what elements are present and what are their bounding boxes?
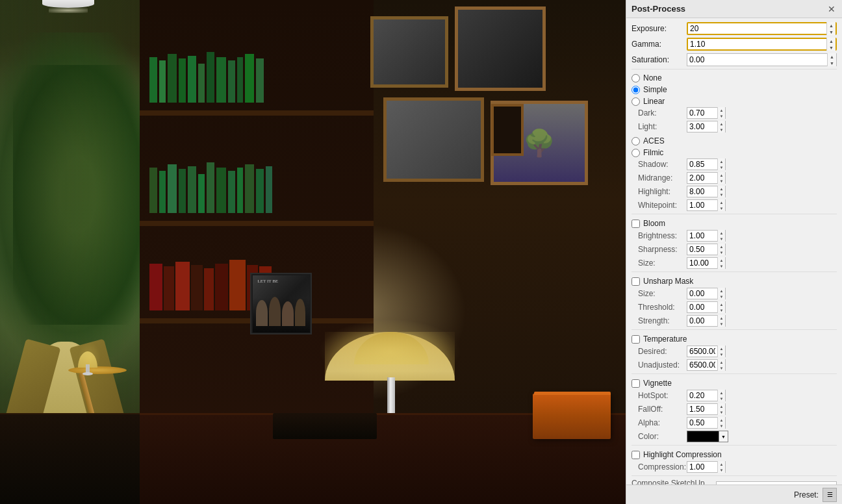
whitepoint-spin-down[interactable]: ▼	[718, 205, 725, 211]
midrange-spin-down[interactable]: ▼	[718, 178, 725, 184]
desired-spin-up[interactable]: ▲	[718, 346, 725, 351]
radio-simple-label[interactable]: Simple	[643, 85, 667, 94]
temperature-checkbox[interactable]	[632, 335, 640, 344]
highlight-compression-params: Compression: ▲ ▼	[638, 461, 837, 473]
brightness-spin-up[interactable]: ▲	[718, 230, 725, 236]
hotspot-input[interactable]	[687, 390, 717, 401]
color-dropdown[interactable]: ▼	[719, 431, 728, 442]
radio-linear[interactable]	[632, 97, 640, 106]
falloff-spin-down[interactable]: ▼	[718, 409, 725, 415]
hotspot-spin-down[interactable]: ▼	[718, 396, 725, 401]
strength-spin-up[interactable]: ▲	[718, 315, 725, 321]
shadow-input[interactable]	[687, 159, 717, 170]
highlight-spin-up[interactable]: ▲	[718, 186, 725, 192]
highlight-compression-label[interactable]: Highlight Compression	[643, 450, 722, 459]
vignette-label[interactable]: Vignette	[643, 379, 672, 388]
gamma-spin-down[interactable]: ▼	[827, 44, 836, 51]
color-swatch[interactable]	[687, 431, 719, 442]
bloom-size-spin-down[interactable]: ▼	[718, 263, 725, 269]
exposure-input[interactable]	[688, 23, 826, 34]
unsharp-label[interactable]: Unsharp Mask	[643, 277, 693, 286]
bloom-size-input[interactable]	[687, 258, 717, 268]
hotspot-spin-up[interactable]: ▲	[718, 390, 725, 396]
radio-none-label[interactable]: None	[643, 73, 662, 82]
temperature-section: Temperature Desired: ▲ ▼ Unadjusted:	[632, 333, 837, 371]
shadow-spin-down[interactable]: ▼	[718, 164, 725, 170]
radio-filmic-label[interactable]: Filmic	[643, 148, 663, 157]
exposure-spin-down[interactable]: ▼	[827, 29, 836, 35]
radio-filmic[interactable]	[632, 149, 640, 157]
falloff-spin-up[interactable]: ▲	[718, 403, 725, 409]
brightness-spin-down[interactable]: ▼	[718, 236, 725, 242]
whitepoint-input[interactable]	[687, 200, 717, 210]
alpha-input[interactable]	[687, 418, 717, 428]
highlight-spin-down[interactable]: ▼	[718, 192, 725, 197]
vignette-checkbox[interactable]	[632, 379, 640, 388]
dark-input[interactable]	[687, 108, 717, 118]
strength-spin-down[interactable]: ▼	[718, 321, 725, 327]
radio-filmic-row: Filmic	[632, 147, 837, 158]
brightness-input[interactable]	[687, 231, 717, 241]
um-size-spin-down[interactable]: ▼	[718, 294, 725, 299]
dark-spin-down[interactable]: ▼	[718, 113, 725, 119]
bloom-checkbox[interactable]	[632, 220, 640, 228]
saturation-spin-up[interactable]: ▲	[828, 53, 836, 60]
alpha-spin-down[interactable]: ▼	[718, 423, 725, 429]
radio-aces-label[interactable]: ACES	[643, 136, 665, 145]
radio-simple[interactable]	[632, 86, 640, 94]
radio-aces[interactable]	[632, 137, 640, 145]
gamma-row: Gamma: ▲ ▼	[632, 38, 837, 51]
gamma-spin-up[interactable]: ▲	[827, 38, 836, 44]
radio-none[interactable]	[632, 74, 640, 82]
highlight-input[interactable]	[687, 186, 717, 197]
light-input[interactable]	[687, 121, 717, 132]
gamma-input-wrap: ▲ ▼	[687, 38, 837, 51]
close-button[interactable]: ✕	[826, 4, 837, 14]
compression-input-wrap: ▲ ▼	[687, 461, 726, 473]
midrange-input[interactable]	[687, 173, 717, 183]
unadjusted-input[interactable]	[687, 360, 717, 370]
light-spin-up[interactable]: ▲	[718, 121, 725, 127]
temperature-label[interactable]: Temperature	[643, 334, 687, 344]
radio-linear-row: Linear	[632, 95, 837, 107]
compression-input[interactable]	[687, 462, 717, 472]
alpha-spin-up[interactable]: ▲	[718, 417, 725, 423]
unsharp-checkbox[interactable]	[632, 277, 640, 286]
unadjusted-spin-down[interactable]: ▼	[718, 365, 725, 371]
dark-spin-up[interactable]: ▲	[718, 107, 725, 113]
um-size-spin-up[interactable]: ▲	[718, 288, 725, 294]
bloom-size-spin-up[interactable]: ▲	[718, 257, 725, 263]
highlight-compression-checkbox[interactable]	[632, 451, 640, 459]
highlight-spinner: ▲ ▼	[717, 186, 725, 197]
alpha-row: Alpha: ▲ ▼	[638, 417, 837, 429]
radio-linear-label[interactable]: Linear	[643, 97, 665, 106]
sharpness-spin-down[interactable]: ▼	[718, 249, 725, 255]
strength-input[interactable]	[687, 316, 717, 326]
um-size-input[interactable]	[687, 288, 717, 299]
saturation-input[interactable]	[687, 54, 827, 66]
bloom-label[interactable]: Bloom	[643, 219, 665, 228]
saturation-spin-down[interactable]: ▼	[828, 60, 836, 66]
shadow-spin-up[interactable]: ▲	[718, 158, 725, 164]
sharpness-input[interactable]	[687, 244, 717, 255]
composite-row: Composite SketchUp View: None	[632, 479, 837, 485]
threshold-spin-up[interactable]: ▲	[718, 301, 725, 307]
sharpness-spin-up[interactable]: ▲	[718, 244, 725, 249]
threshold-spin-down[interactable]: ▼	[718, 307, 725, 313]
desired-input[interactable]	[687, 346, 717, 357]
whitepoint-spin-up[interactable]: ▲	[718, 199, 725, 205]
midrange-spin-up[interactable]: ▲	[718, 172, 725, 178]
desired-spin-down[interactable]: ▼	[718, 351, 725, 357]
exposure-input-wrap: ▲ ▼	[687, 22, 837, 35]
unadjusted-spin-up[interactable]: ▲	[718, 359, 725, 365]
preset-icon-symbol: ☰	[827, 491, 833, 498]
filmic-params: Shadow: ▲ ▼ Midrange: ▲	[638, 158, 837, 211]
falloff-input[interactable]	[687, 404, 717, 414]
preset-icon[interactable]: ☰	[823, 488, 837, 502]
compression-spin-down[interactable]: ▼	[718, 467, 725, 473]
compression-spin-up[interactable]: ▲	[718, 461, 725, 467]
threshold-input[interactable]	[687, 302, 717, 312]
light-spin-down[interactable]: ▼	[718, 127, 725, 132]
exposure-spin-up[interactable]: ▲	[827, 22, 836, 29]
gamma-input[interactable]	[688, 39, 826, 49]
